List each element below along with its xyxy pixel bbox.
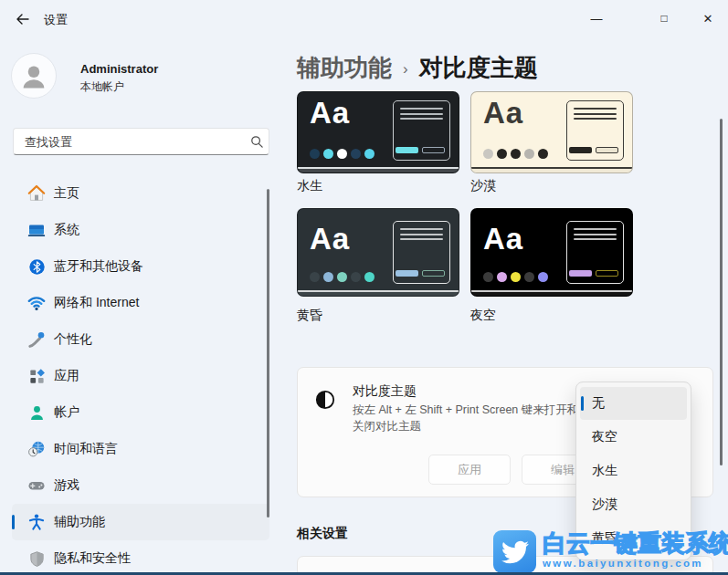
breadcrumb-separator-icon: ›	[403, 60, 408, 78]
breadcrumb: 辅助功能 › 对比度主题	[297, 52, 538, 84]
sidebar-item-label: 帐户	[54, 404, 79, 421]
user-name: Administrator	[80, 62, 158, 76]
maximize-button[interactable]: □	[643, 4, 685, 33]
sidebar-item-network[interactable]: 网络和 Internet	[12, 285, 269, 321]
theme-label-desert: 沙漠	[470, 178, 496, 194]
sidebar-item-label: 辅助功能	[54, 514, 105, 530]
selected-accent-bar	[12, 515, 15, 529]
dropdown-option-label: 沙漠	[592, 497, 617, 513]
main-scrollbar[interactable]	[720, 119, 723, 465]
settings-window: 设置 — □ ✕ Administrator 本地帐户 主页 系统	[0, 0, 728, 575]
theme-taskbar-strip	[471, 290, 632, 296]
apply-button[interactable]: 应用	[428, 455, 511, 485]
sidebar-item-system[interactable]: 系统	[12, 212, 269, 248]
titlebar: 设置 — □ ✕	[0, 0, 728, 37]
sidebar-item-label: 主页	[54, 185, 79, 202]
sidebar-item-accessibility[interactable]: 辅助功能	[12, 504, 269, 540]
theme-color-dots	[310, 272, 375, 282]
minimize-button[interactable]: —	[575, 4, 617, 33]
bluetooth-icon	[27, 257, 46, 276]
user-account-type: 本地帐户	[80, 79, 124, 95]
theme-taskbar-strip	[471, 167, 632, 172]
contrast-theme-dropdown: 无 夜空 水生 沙漠 黄昏	[575, 382, 691, 560]
dropdown-option-label: 无	[592, 395, 605, 412]
sidebar-item-label: 网络和 Internet	[54, 295, 139, 311]
theme-card-desert[interactable]: Aa	[470, 91, 633, 173]
sidebar-item-privacy[interactable]: 隐私和安全性	[12, 540, 269, 575]
theme-card-aquatic[interactable]: Aa	[297, 91, 459, 173]
search-icon[interactable]	[245, 135, 269, 149]
accessibility-icon	[27, 513, 46, 531]
theme-color-dots	[483, 272, 548, 282]
setting-title: 对比度主题	[353, 383, 417, 400]
sidebar-nav: 主页 系统 蓝牙和其他设备 网络和 Internet 个性化 应用	[0, 175, 274, 575]
sidebar-item-label: 游戏	[54, 477, 79, 494]
theme-label-nightsky: 夜空	[470, 308, 496, 324]
theme-sample-text: Aa	[483, 96, 523, 131]
time-language-icon	[27, 440, 46, 458]
dropdown-option-aquatic[interactable]: 水生	[580, 455, 687, 487]
theme-label-dusk: 黄昏	[297, 308, 322, 324]
theme-mini-dialog	[393, 100, 450, 161]
search-input[interactable]	[14, 135, 245, 149]
sidebar-scrollbar[interactable]	[267, 189, 269, 518]
dropdown-option-label: 黄昏	[592, 530, 617, 547]
sidebar: Administrator 本地帐户 主页 系统 蓝牙和其他设备	[0, 37, 274, 575]
sidebar-item-label: 隐私和安全性	[54, 550, 131, 567]
person-icon	[18, 60, 49, 91]
theme-label-aquatic: 水生	[297, 178, 322, 194]
sidebar-item-label: 蓝牙和其他设备	[54, 258, 143, 275]
page-title: 对比度主题	[419, 52, 538, 84]
brush-icon	[27, 330, 46, 349]
close-button[interactable]: ✕	[689, 4, 727, 33]
wifi-icon	[27, 294, 46, 312]
dropdown-option-nightsky[interactable]: 夜空	[580, 421, 687, 454]
sidebar-item-label: 个性化	[54, 331, 92, 348]
search-box	[13, 128, 269, 155]
sidebar-item-bluetooth[interactable]: 蓝牙和其他设备	[12, 248, 269, 285]
shield-icon	[27, 549, 46, 568]
app-title: 设置	[44, 12, 68, 28]
theme-taskbar-strip	[298, 290, 459, 296]
dropdown-option-none[interactable]: 无	[580, 387, 687, 420]
avatar[interactable]	[11, 53, 57, 99]
theme-card-nightsky[interactable]: Aa	[470, 208, 633, 297]
home-icon	[27, 184, 46, 203]
sidebar-item-personalization[interactable]: 个性化	[12, 321, 269, 358]
setting-description: 按左 Alt + 左 Shift + Print Screen 键来打开和关闭对…	[353, 402, 581, 434]
theme-mini-dialog	[566, 221, 624, 284]
dropdown-option-desert[interactable]: 沙漠	[580, 488, 687, 521]
back-button[interactable]	[11, 9, 35, 29]
back-arrow-icon	[16, 12, 30, 26]
theme-color-dots	[310, 149, 375, 159]
theme-sample-text: Aa	[310, 96, 350, 131]
theme-sample-text: Aa	[310, 222, 350, 256]
sidebar-item-gaming[interactable]: 游戏	[12, 467, 269, 504]
theme-mini-dialog	[393, 221, 450, 284]
theme-sample-text: Aa	[483, 222, 523, 256]
account-icon	[27, 403, 46, 422]
theme-color-dots	[483, 149, 548, 159]
sidebar-item-label: 系统	[54, 222, 79, 238]
sidebar-item-time-language[interactable]: 时间和语言	[12, 431, 269, 467]
theme-taskbar-strip	[298, 167, 459, 172]
apps-icon	[27, 367, 46, 385]
theme-mini-dialog	[566, 100, 624, 161]
dropdown-option-label: 夜空	[592, 429, 617, 445]
sidebar-item-label: 时间和语言	[54, 441, 118, 457]
sidebar-item-apps[interactable]: 应用	[12, 358, 269, 394]
sidebar-item-label: 应用	[54, 368, 79, 384]
dropdown-option-label: 水生	[592, 463, 617, 479]
system-icon	[27, 221, 46, 239]
selected-accent-bar	[581, 396, 584, 411]
sidebar-item-accounts[interactable]: 帐户	[12, 394, 269, 431]
contrast-icon	[315, 390, 335, 410]
dropdown-option-dusk[interactable]: 黄昏	[580, 522, 687, 555]
gamepad-icon	[27, 476, 46, 495]
related-settings-heading: 相关设置	[297, 526, 348, 542]
breadcrumb-parent[interactable]: 辅助功能	[297, 52, 392, 84]
sidebar-item-home[interactable]: 主页	[12, 175, 269, 212]
theme-card-dusk[interactable]: Aa	[297, 208, 459, 297]
